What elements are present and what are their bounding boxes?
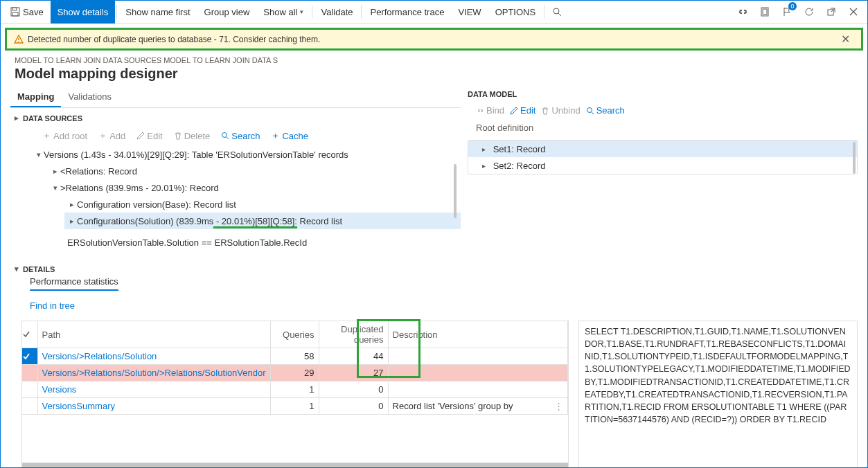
- refresh-button[interactable]: [798, 1, 820, 24]
- row-checkbox[interactable]: [22, 348, 37, 365]
- validate-button[interactable]: Validate: [314, 1, 360, 24]
- caret-icon[interactable]: [67, 200, 77, 209]
- search-button[interactable]: [546, 1, 568, 24]
- dm-tree-row-set1[interactable]: Set1: Record: [468, 141, 857, 157]
- select-all-checkbox[interactable]: [22, 321, 37, 348]
- notifications-badge: 0: [788, 2, 797, 10]
- link-icon-button[interactable]: [732, 1, 754, 24]
- breadcrumb: MODEL TO LEARN JOIN DATA SOURCES MODEL T…: [1, 51, 867, 64]
- col-duplicated-queries[interactable]: Duplicated queries: [319, 321, 388, 348]
- grid-row[interactable]: VersionsSummary 1 0 Record list 'Version…: [22, 398, 568, 415]
- tree-row-versions[interactable]: Versions (1.43s - 34.01%)[29][Q:29]: Tab…: [31, 146, 461, 163]
- left-tabs: Mapping Validations: [10, 87, 461, 108]
- office-icon: [760, 7, 770, 17]
- tab-validations[interactable]: Validations: [61, 87, 118, 107]
- cell-desc: [388, 348, 567, 365]
- close-button[interactable]: [842, 1, 865, 24]
- data-model-header: DATA MODEL: [468, 87, 858, 101]
- cell-path[interactable]: VersionsSummary: [37, 398, 270, 415]
- warning-bar: Detected number of duplicate queries to …: [5, 28, 863, 51]
- chevron-down-icon: ▾: [300, 8, 303, 15]
- unbind-button[interactable]: Unbind: [541, 105, 580, 116]
- options-button[interactable]: OPTIONS: [488, 1, 543, 24]
- warning-icon: [14, 35, 24, 44]
- popout-button[interactable]: [820, 1, 842, 24]
- tree-scrollbar[interactable]: [454, 164, 457, 218]
- cell-path[interactable]: Versions: [37, 381, 270, 398]
- add-root-button[interactable]: ＋ Add root: [38, 128, 91, 143]
- cell-dup: 0: [319, 381, 388, 398]
- performance-statistics-tab[interactable]: Performance statistics: [30, 276, 118, 291]
- add-button[interactable]: ＋ Add: [94, 128, 130, 143]
- search-icon: [552, 7, 562, 17]
- edit-button[interactable]: Edit: [132, 128, 166, 143]
- bind-button[interactable]: Bind: [476, 105, 504, 116]
- office-icon-button[interactable]: [754, 1, 776, 24]
- grid-horizontal-scrollbar[interactable]: [22, 463, 568, 468]
- cell-dup: 27: [319, 365, 388, 381]
- row-checkbox[interactable]: [22, 398, 37, 415]
- separator: [361, 5, 362, 19]
- warning-close-button[interactable]: ✕: [837, 33, 854, 46]
- group-view-button[interactable]: Group view: [197, 1, 257, 24]
- collapse-icon[interactable]: [10, 114, 23, 123]
- cell-path[interactable]: Versions/>Relations/Solution: [37, 348, 270, 365]
- dm-search-button[interactable]: Search: [586, 105, 625, 116]
- search-icon: [221, 132, 229, 140]
- cache-button[interactable]: ＋ Cache: [267, 128, 312, 143]
- delete-button[interactable]: Delete: [170, 128, 215, 143]
- ds-search-button[interactable]: Search: [217, 128, 264, 143]
- dm-tree-scrollbar[interactable]: [853, 142, 856, 174]
- search-icon: [586, 107, 594, 115]
- details-section-header: DETAILS: [10, 253, 858, 276]
- show-details-button[interactable]: Show details: [51, 1, 116, 24]
- performance-trace-button[interactable]: Performance trace: [363, 1, 451, 24]
- tree-row-configurations-solution[interactable]: Configurations(Solution) (839.9ms - 20.0…: [64, 213, 461, 229]
- svg-line-4: [558, 13, 561, 16]
- col-queries[interactable]: Queries: [270, 321, 319, 348]
- save-icon: [10, 7, 20, 17]
- caret-icon[interactable]: [482, 162, 490, 170]
- svg-line-15: [592, 112, 594, 114]
- find-in-tree-link[interactable]: Find in tree: [30, 300, 75, 311]
- trash-icon: [174, 132, 182, 140]
- sql-panel: SELECT T1.DESCRIPTION,T1.GUID,T1.NAME,T1…: [578, 321, 858, 468]
- show-name-first-button[interactable]: Show name first: [118, 1, 197, 24]
- collapse-icon[interactable]: [10, 264, 23, 273]
- close-icon: [849, 8, 858, 16]
- tree-row-config-version[interactable]: Configuration version(Base): Record list: [64, 196, 461, 213]
- caret-icon[interactable]: [51, 183, 60, 192]
- save-button[interactable]: Save: [3, 1, 51, 24]
- grid-row[interactable]: Versions 1 0: [22, 381, 568, 398]
- show-all-button[interactable]: Show all ▾: [256, 1, 310, 24]
- tree-row-relations-839[interactable]: >Relations (839.9ms - 20.01%): Record: [48, 179, 461, 196]
- link-icon: [737, 8, 748, 16]
- trash-icon: [541, 107, 549, 115]
- col-path[interactable]: Path: [37, 321, 270, 348]
- col-description[interactable]: Description: [388, 321, 567, 348]
- grid-row[interactable]: Versions/>Relations/Solution/>Relations/…: [22, 365, 568, 381]
- caret-icon[interactable]: [51, 167, 60, 176]
- caret-icon[interactable]: [482, 145, 490, 153]
- tab-mapping[interactable]: Mapping: [10, 87, 61, 107]
- svg-point-14: [587, 107, 592, 112]
- cell-dup: 44: [319, 348, 388, 365]
- join-condition-text: ERSolutionVersionTable.Solution == ERSol…: [67, 229, 461, 253]
- row-checkbox[interactable]: [22, 381, 37, 398]
- dm-edit-button[interactable]: Edit: [510, 105, 535, 116]
- caret-icon[interactable]: [67, 217, 77, 226]
- notifications-button[interactable]: 0: [776, 1, 798, 24]
- separator: [116, 5, 117, 19]
- dm-tree-row-set2[interactable]: Set2: Record: [468, 157, 857, 174]
- row-more-icon[interactable]: ⋮: [554, 401, 563, 411]
- view-button[interactable]: VIEW: [451, 1, 488, 24]
- cell-queries: 58: [270, 348, 319, 365]
- grid-row[interactable]: Versions/>Relations/Solution 58 44: [22, 348, 568, 365]
- popout-icon: [826, 7, 836, 17]
- tree-row-relations-record[interactable]: <Relations: Record: [48, 163, 461, 179]
- cell-desc: Record list 'Versions' group by ⋮: [388, 398, 567, 415]
- row-checkbox[interactable]: [22, 365, 37, 381]
- caret-icon[interactable]: [34, 150, 44, 159]
- cell-path[interactable]: Versions/>Relations/Solution/>Relations/…: [37, 365, 270, 381]
- svg-point-12: [222, 133, 227, 138]
